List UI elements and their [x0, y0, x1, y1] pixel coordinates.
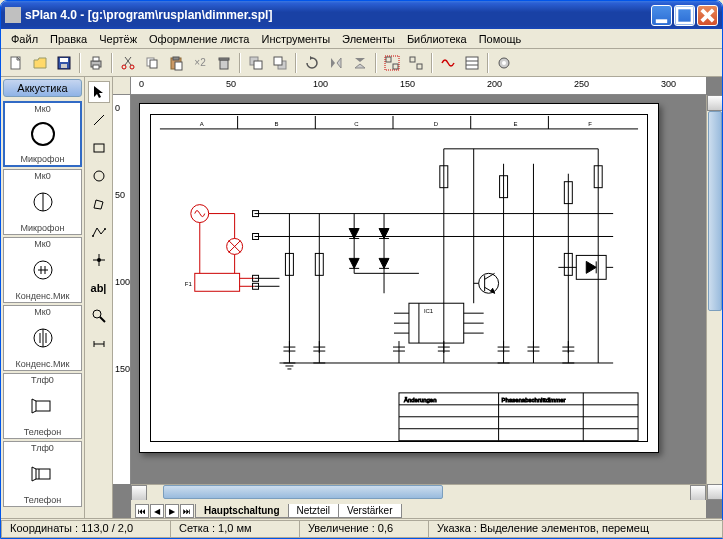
tab-nav-prev[interactable]: ◀: [150, 504, 164, 518]
group-button[interactable]: [381, 52, 403, 74]
scroll-left-icon[interactable]: [131, 485, 147, 501]
new-button[interactable]: [5, 52, 27, 74]
tab-nav-last[interactable]: ⏭: [180, 504, 194, 518]
text-tool[interactable]: ab|: [88, 277, 110, 299]
status-hint: Указка : Выделение элементов, перемещ: [428, 520, 723, 538]
menu-tools[interactable]: Инструменты: [256, 31, 337, 47]
library-item-name: Телефон: [4, 426, 81, 438]
paste-button[interactable]: [165, 52, 187, 74]
svg-point-14: [130, 65, 134, 69]
svg-rect-1: [677, 7, 692, 22]
svg-rect-83: [195, 273, 240, 291]
library-panel: Аккустика Мк0 Микрофон Мк0 Микрофон Мк0 …: [1, 77, 85, 518]
copy-button[interactable]: [141, 52, 163, 74]
status-coords: Координаты : 113,0 / 2,0: [1, 520, 171, 538]
scrollbar-vertical[interactable]: [706, 95, 722, 500]
svg-text:Phasenabschnittdimmer: Phasenabschnittdimmer: [502, 397, 566, 403]
menu-pagelayout[interactable]: Оформление листа: [143, 31, 255, 47]
svg-text:E: E: [514, 121, 518, 127]
scrollbar-horizontal[interactable]: [131, 484, 706, 500]
maximize-button[interactable]: [674, 5, 695, 26]
zoom-tool[interactable]: [88, 305, 110, 327]
menu-elements[interactable]: Элементы: [336, 31, 401, 47]
close-button[interactable]: [697, 5, 718, 26]
svg-rect-19: [175, 62, 182, 70]
library-item-ref: Мк0: [5, 103, 80, 115]
scroll-thumb-h[interactable]: [163, 485, 443, 499]
menu-drawing[interactable]: Чертёж: [93, 31, 143, 47]
phone-symbol-icon: [4, 454, 81, 494]
svg-line-159: [485, 273, 495, 279]
rotate-button[interactable]: [301, 52, 323, 74]
front-button[interactable]: [245, 52, 267, 74]
snap-button[interactable]: [437, 52, 459, 74]
window-title: sPlan 4.0 - [g:\program\rusplan\dimmer.s…: [25, 8, 651, 22]
scroll-thumb-v[interactable]: [708, 111, 722, 311]
sheet-tab[interactable]: Hauptschaltung: [195, 504, 289, 518]
menu-library[interactable]: Библиотека: [401, 31, 473, 47]
library-item-ref: Мк0: [4, 170, 81, 182]
titlebar[interactable]: sPlan 4.0 - [g:\program\rusplan\dimmer.s…: [1, 1, 722, 29]
drawing-page: ABCDEF F1: [139, 103, 659, 453]
pointer-tool[interactable]: [88, 81, 110, 103]
svg-rect-25: [274, 57, 282, 65]
ungroup-button[interactable]: [405, 52, 427, 74]
measure-tool[interactable]: [88, 333, 110, 355]
sheet-tab[interactable]: Verstärker: [338, 504, 402, 518]
library-item-ref: Мк0: [4, 306, 81, 318]
toolbar: ×2: [1, 49, 722, 77]
duplicate-button[interactable]: ×2: [189, 52, 211, 74]
print-button[interactable]: [85, 52, 107, 74]
svg-rect-31: [466, 57, 478, 69]
svg-text:B: B: [274, 121, 278, 127]
menubar: Файл Правка Чертёж Оформление листа Инст…: [1, 29, 722, 49]
delete-button[interactable]: [213, 52, 235, 74]
condenser-mic-symbol-icon: [4, 318, 81, 358]
app-icon: [5, 7, 21, 23]
menu-edit[interactable]: Правка: [44, 31, 93, 47]
properties-button[interactable]: [461, 52, 483, 74]
library-item[interactable]: Мк0 Микрофон: [3, 169, 82, 235]
ruler-vertical: 0 50 100 150: [113, 95, 131, 484]
library-item[interactable]: Мк0 Конденс.Мик: [3, 237, 82, 303]
library-item-ref: Тлф0: [4, 442, 81, 454]
polyline-tool[interactable]: [88, 221, 110, 243]
rect-tool[interactable]: [88, 137, 110, 159]
node-tool[interactable]: [88, 249, 110, 271]
svg-rect-16: [150, 60, 157, 68]
svg-rect-29: [410, 57, 415, 62]
library-category-tab[interactable]: Аккустика: [3, 79, 82, 97]
save-button[interactable]: [53, 52, 75, 74]
library-item[interactable]: Мк0 Конденс.Мик: [3, 305, 82, 371]
library-item[interactable]: Тлф0 Телефон: [3, 441, 82, 507]
line-tool[interactable]: [88, 109, 110, 131]
sheet-tab[interactable]: Netzteil: [288, 504, 339, 518]
canvas-area: 0 50 100 150 200 250 300 0 50 100 150: [113, 77, 722, 518]
back-button[interactable]: [269, 52, 291, 74]
menu-file[interactable]: Файл: [5, 31, 44, 47]
library-item[interactable]: Тлф0 Телефон: [3, 373, 82, 439]
cut-button[interactable]: [117, 52, 139, 74]
scroll-right-icon[interactable]: [690, 485, 706, 501]
minimize-button[interactable]: [651, 5, 672, 26]
scroll-down-icon[interactable]: [707, 484, 722, 500]
mirror-v-button[interactable]: [349, 52, 371, 74]
scroll-up-icon[interactable]: [707, 95, 722, 111]
app-window: sPlan 4.0 - [g:\program\rusplan\dimmer.s…: [0, 0, 723, 539]
svg-rect-27: [393, 64, 398, 69]
menu-help[interactable]: Помощь: [473, 31, 528, 47]
settings-button[interactable]: [493, 52, 515, 74]
svg-point-35: [502, 61, 506, 65]
canvas[interactable]: ABCDEF F1: [131, 95, 722, 500]
mirror-h-button[interactable]: [325, 52, 347, 74]
tab-nav-first[interactable]: ⏮: [135, 504, 149, 518]
polygon-tool[interactable]: [88, 193, 110, 215]
circle-tool[interactable]: [88, 165, 110, 187]
tab-nav-next[interactable]: ▶: [165, 504, 179, 518]
library-item-name: Микрофон: [4, 222, 81, 234]
svg-point-58: [93, 310, 101, 318]
library-item[interactable]: Мк0 Микрофон: [3, 101, 82, 167]
open-button[interactable]: [29, 52, 51, 74]
status-grid: Сетка : 1,0 мм: [170, 520, 300, 538]
svg-rect-7: [61, 64, 67, 68]
